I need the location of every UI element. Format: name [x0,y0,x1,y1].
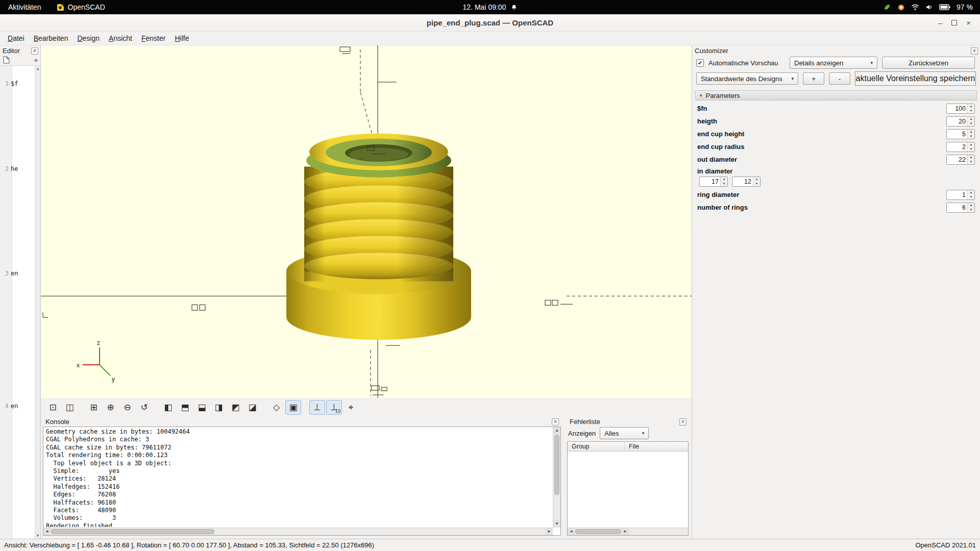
view-back-button[interactable]: ◪ [244,400,260,415]
spin-value: 5 [947,130,967,139]
auto-preview-checkbox[interactable]: ✓ [696,59,704,67]
editor-scrollbar[interactable]: ▲ ▼ [35,66,40,539]
close-button[interactable]: × [966,18,971,27]
scroll-thumb[interactable] [554,435,559,495]
system-tray[interactable]: 97 % [883,3,980,11]
zoom-window-button[interactable]: ⊞ [86,400,102,415]
in-diameter-spinbox-1[interactable]: 17 ▲▼ [699,177,728,187]
errorlist-body [568,452,688,528]
reset-button[interactable]: Zurücksetzen [882,57,975,69]
errorlist-close-icon[interactable]: × [679,418,687,425]
editor-text-area[interactable]: ▲ ▼ 1 $f 2 he 3 en 4 en [0,65,40,539]
view-left-button[interactable]: ◨ [211,400,227,415]
parameters-group-header[interactable]: ▾ Parameters [695,90,977,101]
console-output[interactable]: Geometry cache size in bytes: 100492464C… [43,427,561,536]
projection-orthogonal-button[interactable]: ▣ [285,400,301,415]
toolbar-overflow-icon[interactable]: » [34,56,38,64]
scroll-thumb[interactable] [575,529,621,534]
zoom-all-button[interactable]: ⊡ [45,400,61,415]
spin-value: 100 [947,104,967,113]
spin-arrows[interactable]: ▲▼ [753,177,760,186]
fn-spinbox[interactable]: 100 ▲▼ [946,104,975,114]
menu-design[interactable]: Design [72,33,104,44]
volume-icon [925,4,933,11]
activities-button[interactable]: Aktivitäten [0,0,50,14]
show-scale-markers-button[interactable]: ⊥10 [326,400,342,415]
number-of-rings-spinbox[interactable]: 6 ▲▼ [946,203,975,213]
spin-arrows[interactable]: ▲▼ [967,190,974,199]
save-preset-button[interactable]: aktuelle Voreinstellung speichern [855,71,976,86]
remove-preset-button[interactable]: - [829,72,850,85]
console-title: Konsole [45,418,69,425]
view-bottom-button[interactable]: ⬓ [194,400,210,415]
view-right-button[interactable]: ◧ [160,400,176,415]
show-axes-button[interactable]: ⊥ [309,400,325,415]
customizer-title: Customizer [695,47,728,55]
scroll-up-icon[interactable]: ▲ [553,427,560,434]
menu-hilfe[interactable]: Hilfe [170,33,193,44]
editor-line: 4 en [0,403,18,410]
spin-arrows[interactable]: ▲▼ [967,142,974,152]
scroll-right-icon[interactable]: ► [622,528,629,535]
menu-bearbeiten[interactable]: Bearbeiten [29,33,73,44]
new-file-icon[interactable] [3,56,10,64]
end-cup-height-spinbox[interactable]: 5 ▲▼ [946,129,975,139]
line-code: he [11,165,18,172]
console-close-icon[interactable]: × [552,418,559,425]
scroll-left-icon[interactable]: ◄ [43,528,51,535]
spin-arrows[interactable]: ▲▼ [967,104,974,113]
menu-datei[interactable]: Datei [3,33,29,44]
app-menu[interactable]: OpenSCAD [50,3,112,11]
column-header-file[interactable]: File [625,442,688,452]
spin-arrows[interactable]: ▲▼ [720,177,727,186]
scroll-thumb[interactable] [51,529,214,534]
errorlist-table[interactable]: Group File ◄ ► [567,441,689,536]
add-preset-button[interactable]: + [803,72,824,85]
scroll-up-icon[interactable]: ▲ [37,67,39,71]
details-dropdown[interactable]: Details anzeigen ▾ [790,57,877,69]
view-cube-button[interactable]: ◫ [62,400,78,415]
menu-fenster[interactable]: Fenster [137,33,170,44]
spin-arrows[interactable]: ▲▼ [967,117,974,126]
out-diameter-spinbox[interactable]: 22 ▲▼ [946,155,975,165]
spin-arrows[interactable]: ▲▼ [967,130,974,139]
view-diagonal-button[interactable]: ◇ [268,400,284,415]
3d-viewport[interactable]: x z y [41,45,692,398]
view-gimbal-button[interactable]: ⌖ [343,400,359,415]
zoom-out-button[interactable]: ⊖ [119,400,135,415]
3d-scene-canvas[interactable]: x z y [41,45,692,398]
editor-close-icon[interactable]: × [31,47,38,55]
reset-view-button[interactable]: ↺ [136,400,152,415]
column-header-group[interactable]: Group [568,442,625,452]
zoom-in-icon: ⊕ [107,402,114,412]
errorlist-hscrollbar[interactable]: ◄ ► [568,528,688,535]
scroll-right-icon[interactable]: ► [546,528,553,535]
minimize-button[interactable]: – [938,18,942,27]
menu-ansicht[interactable]: Ansicht [104,33,137,44]
console-vscrollbar[interactable]: ▲ ▼ [553,427,560,528]
preset-dropdown[interactable]: Standardwerte des Designs ▾ [696,72,798,85]
scroll-down-icon[interactable]: ▼ [37,534,39,538]
view-front-button[interactable]: ◩ [228,400,243,415]
spin-arrows[interactable]: ▲▼ [967,155,974,164]
console-hscrollbar[interactable]: ◄ ► [43,528,553,535]
auto-preview-label: Automatische Vorschau [708,59,778,67]
console-text: Geometry cache size in bytes: 100492464C… [46,428,552,527]
editor-panel-title: Editor [3,47,20,55]
in-diameter-spinbox-2[interactable]: 12 ▲▼ [732,177,761,187]
scroll-left-icon[interactable]: ◄ [568,528,575,535]
restore-button[interactable] [951,20,957,26]
zoom-in-button[interactable]: ⊕ [103,400,118,415]
errorlist-filter-dropdown[interactable]: Alles ▾ [600,427,649,439]
clock[interactable]: 12. Mai 09:00 [463,3,518,11]
view-top-button[interactable]: ⬒ [177,400,193,415]
param-label: ring diameter [697,191,739,198]
ring-diameter-spinbox[interactable]: 1 ▲▼ [946,190,975,200]
window-titlebar[interactable]: pipe_end_plug.scad — OpenSCAD – × [0,14,980,32]
end-cup-radius-spinbox[interactable]: 2 ▲▼ [946,142,975,152]
customizer-close-icon[interactable]: × [971,47,978,55]
heigth-spinbox[interactable]: 20 ▲▼ [946,116,975,127]
scroll-down-icon[interactable]: ▼ [553,520,560,528]
spin-arrows[interactable]: ▲▼ [967,203,974,212]
param-label: out diameter [697,156,737,163]
